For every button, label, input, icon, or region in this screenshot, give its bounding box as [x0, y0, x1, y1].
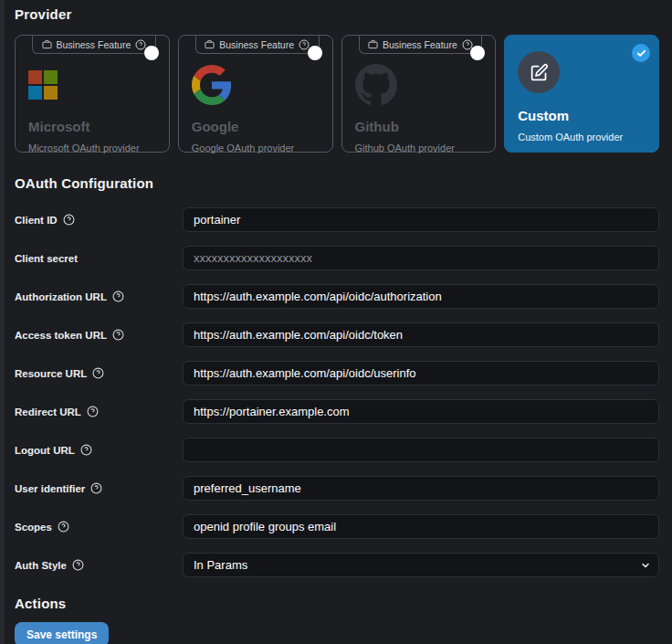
question-circle-icon[interactable]: [299, 39, 310, 50]
form-row-resource-url: Resource URL: [15, 361, 659, 385]
resource-url-input[interactable]: [183, 361, 659, 385]
auth-style-select[interactable]: In Params: [183, 553, 659, 577]
oauth-section-heading: OAuth Configuration: [15, 175, 659, 191]
form-row-client-id: Client ID: [15, 207, 659, 232]
provider-card-microsoft[interactable]: Business Feature Microsoft Microsoft OAu…: [15, 35, 170, 153]
business-feature-badge: Business Feature: [359, 35, 483, 54]
authorization-url-input[interactable]: [183, 284, 659, 309]
access-token-url-input[interactable]: [183, 322, 659, 347]
field-label: Resource URL: [15, 367, 183, 379]
field-label: Auth Style: [15, 559, 183, 571]
radio-unselected[interactable]: [144, 46, 159, 60]
field-label: Client secret: [15, 253, 183, 264]
provider-card-description: Github OAuth provider: [355, 143, 485, 153]
field-label: Redirect URL: [15, 406, 183, 417]
client-id-input[interactable]: [183, 207, 659, 232]
briefcase-icon: [205, 39, 215, 49]
help-icon[interactable]: [112, 290, 124, 302]
provider-card-description: Custom OAuth provider: [518, 132, 647, 143]
briefcase-icon: [42, 39, 52, 49]
google-logo-icon: [192, 63, 321, 107]
form-row-authorization-url: Authorization URL: [15, 284, 659, 309]
redirect-url-input[interactable]: [183, 399, 659, 424]
business-feature-badge: Business Feature: [32, 35, 156, 54]
panel-edge: [0, 0, 5, 644]
logout-url-input[interactable]: [183, 438, 659, 462]
provider-card-title: Microsoft: [28, 119, 158, 134]
business-feature-label: Business Feature: [219, 39, 294, 50]
help-icon[interactable]: [72, 559, 84, 571]
field-label: User identifier: [15, 482, 183, 494]
help-icon[interactable]: [90, 482, 102, 494]
field-label: Client ID: [15, 214, 183, 226]
help-icon[interactable]: [112, 329, 124, 341]
oauth-settings-panel: Provider Business Feature Microsoft Micr…: [0, 0, 672, 644]
radio-unselected[interactable]: [308, 46, 322, 60]
help-icon[interactable]: [92, 367, 104, 379]
microsoft-logo-icon: [28, 63, 158, 107]
form-row-redirect-url: Redirect URL: [15, 399, 659, 424]
business-feature-label: Business Feature: [57, 39, 131, 50]
provider-card-description: Microsoft OAuth provider: [28, 143, 158, 153]
form-row-auth-style: Auth Style In Params: [15, 553, 659, 577]
user-identifier-input[interactable]: [183, 476, 659, 501]
provider-card-github[interactable]: Business Feature Github Github OAuth pro…: [341, 35, 497, 153]
client-secret-input[interactable]: [183, 246, 659, 270]
custom-edit-icon: [518, 50, 647, 94]
form-row-logout-url: Logout URL: [15, 438, 659, 462]
form-row-scopes: Scopes: [15, 514, 659, 539]
field-label: Access token URL: [15, 329, 183, 341]
provider-card-title: Github: [355, 119, 485, 134]
form-row-client-secret: Client secret: [15, 246, 659, 270]
form-row-user-identifier: User identifier: [15, 476, 659, 501]
help-icon[interactable]: [63, 214, 75, 226]
actions-section-heading: Actions: [15, 596, 659, 611]
field-label: Scopes: [15, 521, 183, 533]
scopes-input[interactable]: [183, 514, 659, 539]
provider-card-custom[interactable]: Custom Custom OAuth provider: [504, 35, 659, 153]
provider-card-google[interactable]: Business Feature Google Google OAuth pro…: [178, 35, 333, 153]
business-feature-badge: Business Feature: [195, 35, 320, 54]
help-icon[interactable]: [58, 521, 69, 533]
save-settings-button[interactable]: Save settings: [15, 622, 109, 644]
field-label: Logout URL: [15, 444, 183, 456]
help-icon[interactable]: [87, 406, 99, 417]
business-feature-label: Business Feature: [383, 39, 457, 50]
radio-unselected[interactable]: [470, 46, 485, 60]
provider-card-title: Google: [192, 119, 321, 134]
provider-section-heading: Provider: [15, 6, 659, 22]
briefcase-icon: [368, 39, 378, 49]
provider-cards: Business Feature Microsoft Microsoft OAu…: [15, 35, 659, 153]
provider-card-title: Custom: [518, 108, 647, 123]
github-logo-icon: [355, 63, 485, 107]
selected-check-icon: [632, 44, 650, 62]
form-row-access-token-url: Access token URL: [15, 322, 659, 347]
provider-card-description: Google OAuth provider: [192, 143, 321, 153]
field-label: Authorization URL: [15, 290, 183, 302]
help-icon[interactable]: [80, 444, 92, 456]
